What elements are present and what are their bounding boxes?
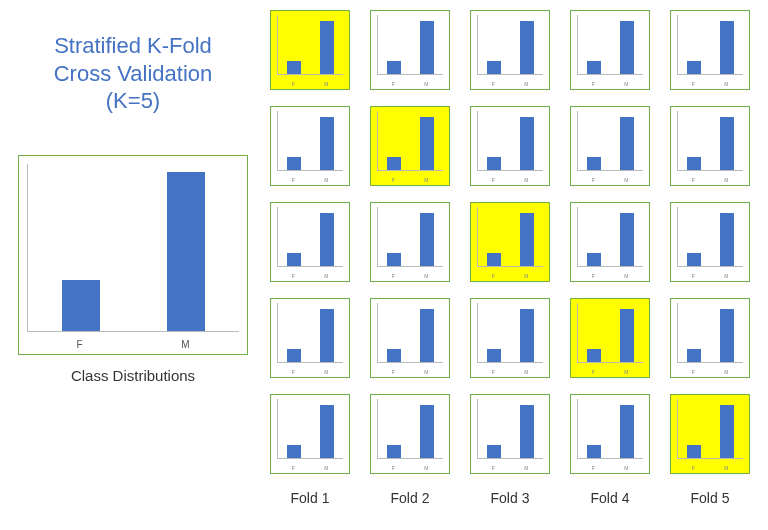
mini-axis-f: F xyxy=(692,369,695,375)
mini-plot xyxy=(577,303,643,363)
mini-axis-f: F xyxy=(492,465,495,471)
class-distribution-caption: Class Distributions xyxy=(18,367,248,384)
mini-bar-m xyxy=(320,309,334,362)
mini-bar-f xyxy=(687,445,701,458)
mini-bar-f xyxy=(687,61,701,74)
fold-label: Fold 1 xyxy=(270,490,350,506)
bar-m xyxy=(167,172,205,331)
mini-axis-f: F xyxy=(492,81,495,87)
mini-axis: FM xyxy=(477,465,543,471)
fold-cell-train: FM xyxy=(670,298,750,378)
mini-bar-f xyxy=(487,349,501,362)
mini-axis-m: M xyxy=(424,369,428,375)
mini-axis-f: F xyxy=(692,177,695,183)
mini-axis: FM xyxy=(477,177,543,183)
mini-plot xyxy=(677,303,743,363)
mini-axis: FM xyxy=(577,369,643,375)
mini-axis: FM xyxy=(677,465,743,471)
mini-bar-m xyxy=(520,213,534,266)
mini-axis-m: M xyxy=(524,369,528,375)
fold-cell-train: FM xyxy=(370,10,450,90)
mini-bar-m xyxy=(520,309,534,362)
fold-label: Fold 2 xyxy=(370,490,450,506)
fold-cell-train: FM xyxy=(570,10,650,90)
mini-axis-m: M xyxy=(724,465,728,471)
mini-bar-m xyxy=(620,117,634,170)
mini-axis: FM xyxy=(377,465,443,471)
mini-plot xyxy=(677,399,743,459)
mini-axis-f: F xyxy=(692,465,695,471)
mini-axis: FM xyxy=(677,177,743,183)
mini-bar-m xyxy=(620,405,634,458)
mini-axis: FM xyxy=(277,177,343,183)
mini-axis-m: M xyxy=(324,273,328,279)
mini-axis-f: F xyxy=(392,369,395,375)
mini-bar-m xyxy=(720,213,734,266)
axis-label-f: F xyxy=(76,339,82,350)
mini-axis: FM xyxy=(277,273,343,279)
mini-axis-m: M xyxy=(724,177,728,183)
mini-bar-f xyxy=(287,61,301,74)
mini-bar-m xyxy=(420,213,434,266)
fold-cell-train: FM xyxy=(270,106,350,186)
title-line-3: (K=5) xyxy=(18,87,248,115)
mini-bar-m xyxy=(420,309,434,362)
axis-label-m: M xyxy=(181,339,189,350)
mini-plot xyxy=(377,111,443,171)
mini-bar-f xyxy=(587,61,601,74)
mini-axis: FM xyxy=(677,81,743,87)
mini-axis-f: F xyxy=(292,369,295,375)
mini-bar-f xyxy=(487,61,501,74)
big-axis-labels: F M xyxy=(27,339,239,350)
mini-axis: FM xyxy=(677,369,743,375)
mini-plot xyxy=(277,207,343,267)
grid-row: FMFMFMFMFM xyxy=(270,394,750,474)
mini-plot xyxy=(377,399,443,459)
fold-cell-train: FM xyxy=(670,202,750,282)
mini-bar-f xyxy=(687,349,701,362)
mini-axis-f: F xyxy=(492,273,495,279)
mini-plot xyxy=(677,207,743,267)
mini-plot xyxy=(277,399,343,459)
mini-axis-m: M xyxy=(624,465,628,471)
mini-axis-m: M xyxy=(524,465,528,471)
diagram-title: Stratified K-Fold Cross Validation (K=5) xyxy=(18,32,248,115)
mini-bar-m xyxy=(720,309,734,362)
mini-plot xyxy=(277,111,343,171)
mini-axis-f: F xyxy=(292,465,295,471)
mini-axis-f: F xyxy=(392,81,395,87)
bar-f xyxy=(62,280,100,330)
fold-cell-test: FM xyxy=(570,298,650,378)
mini-bar-m xyxy=(420,405,434,458)
mini-axis: FM xyxy=(577,273,643,279)
mini-bar-f xyxy=(287,349,301,362)
mini-bar-f xyxy=(387,349,401,362)
mini-axis-f: F xyxy=(592,465,595,471)
mini-axis-m: M xyxy=(724,369,728,375)
mini-axis: FM xyxy=(577,81,643,87)
mini-axis: FM xyxy=(577,177,643,183)
mini-bar-f xyxy=(487,253,501,266)
fold-cell-train: FM xyxy=(370,394,450,474)
fold-cell-train: FM xyxy=(570,202,650,282)
mini-axis-m: M xyxy=(624,273,628,279)
mini-bar-m xyxy=(420,21,434,74)
mini-bar-m xyxy=(620,309,634,362)
grid-row: FMFMFMFMFM xyxy=(270,298,750,378)
fold-cell-test: FM xyxy=(670,394,750,474)
title-line-1: Stratified K-Fold xyxy=(18,32,248,60)
mini-axis-m: M xyxy=(524,273,528,279)
mini-bar-f xyxy=(287,253,301,266)
fold-cell-train: FM xyxy=(370,202,450,282)
mini-plot xyxy=(477,111,543,171)
fold-cell-train: FM xyxy=(370,298,450,378)
mini-axis-f: F xyxy=(592,177,595,183)
mini-plot xyxy=(377,207,443,267)
fold-labels-row: Fold 1Fold 2Fold 3Fold 4Fold 5 xyxy=(270,490,750,506)
mini-axis: FM xyxy=(577,465,643,471)
mini-axis: FM xyxy=(377,273,443,279)
mini-plot xyxy=(477,15,543,75)
mini-plot xyxy=(477,399,543,459)
fold-cell-train: FM xyxy=(470,10,550,90)
mini-bar-m xyxy=(420,117,434,170)
